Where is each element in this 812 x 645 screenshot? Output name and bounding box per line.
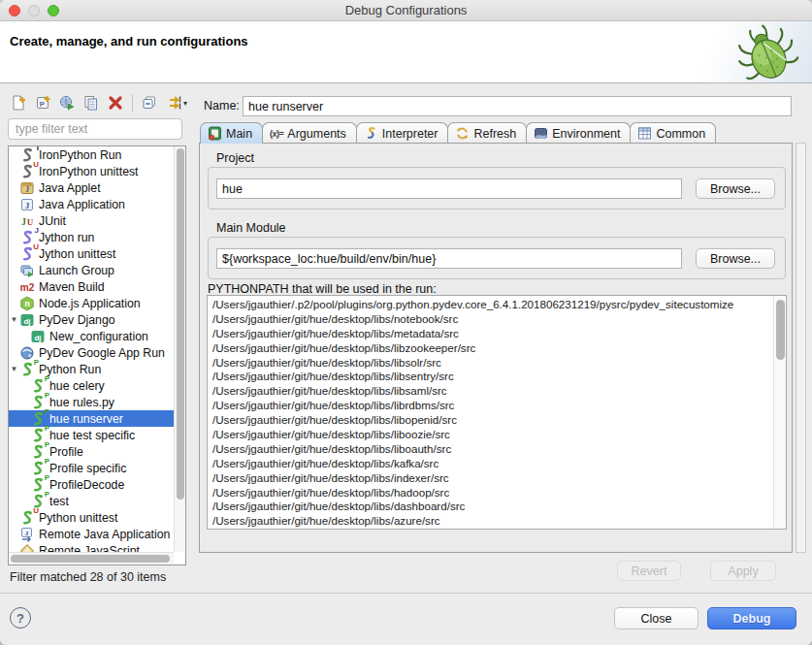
tab-interpreter[interactable]: Interpreter xyxy=(356,122,449,144)
duplicate-button[interactable] xyxy=(81,93,102,113)
close-button[interactable]: Close xyxy=(614,607,698,629)
filter-menu-button[interactable]: ▾ xyxy=(163,93,192,113)
tree-item-java-applet[interactable]: JJava Applet xyxy=(9,179,174,196)
delete-button[interactable] xyxy=(105,93,126,113)
python-green-icon: P xyxy=(30,428,46,443)
revert-button[interactable]: Revert xyxy=(617,561,681,581)
tab-main[interactable]: Main xyxy=(200,122,263,144)
tab-common[interactable]: Common xyxy=(630,122,716,144)
window-title: Debug Configurations xyxy=(0,3,812,17)
pythonpath-entry[interactable]: /Users/jgauthier/git/hue/desktop/libs/li… xyxy=(208,369,773,383)
python-grey-icon: U xyxy=(19,164,35,179)
common-tab-icon xyxy=(637,126,652,141)
name-label: Name: xyxy=(204,99,240,113)
new-prototype-button[interactable]: P xyxy=(32,93,53,113)
maven-icon: m2 xyxy=(19,279,35,295)
pythonpath-entry[interactable]: /Users/jgauthier/git/hue/desktop/libs/me… xyxy=(208,326,773,340)
tree-item-ironpython-unittest[interactable]: UIronPython unittest xyxy=(9,163,174,179)
expand-arrow-icon[interactable]: ▼ xyxy=(9,315,19,324)
svg-text:J: J xyxy=(21,216,26,227)
pythonpath-entry[interactable]: /Users/jgauthier/git/hue/desktop/libs/li… xyxy=(208,427,773,441)
svg-text:J: J xyxy=(25,529,29,536)
titlebar[interactable]: Debug Configurations xyxy=(0,0,812,21)
filter-input[interactable] xyxy=(8,118,182,140)
main-module-input[interactable] xyxy=(216,248,682,269)
tree-item-remote-java-application[interactable]: JRemote Java Application xyxy=(9,526,174,542)
tree-item-python-unittest[interactable]: UPython unittest xyxy=(9,509,174,526)
python-green-icon: P xyxy=(30,378,46,394)
pythonpath-entry[interactable]: /Users/jgauthier/git/hue/desktop/libs/no… xyxy=(208,311,773,326)
config-tabs: Main(x)=ArgumentsInterpreterRefreshEnvir… xyxy=(200,121,715,144)
svg-text:U: U xyxy=(27,217,34,227)
tree-item-junit[interactable]: JUJUnit xyxy=(9,212,174,229)
tree-item-new-configuration[interactable]: djNew_configuration xyxy=(9,328,174,344)
tree-item-node-js-application[interactable]: nNode.js Application xyxy=(9,295,174,311)
pythonpath-entry[interactable]: /Users/jgauthier/git/hue/desktop/libs/in… xyxy=(208,470,773,485)
tree-item-profile-specific[interactable]: PProfile specific xyxy=(9,460,174,476)
arguments-tab-icon: (x)= xyxy=(270,129,283,139)
tree-item-pydev-django[interactable]: ▼djPyDev Django xyxy=(9,311,174,328)
pythonpath-scrollbar[interactable] xyxy=(773,296,786,529)
tab-environment[interactable]: Environment xyxy=(526,122,631,144)
pythonpath-entry[interactable]: /Users/jgauthier/git/hue/desktop/libs/li… xyxy=(208,412,773,427)
pythonpath-entry[interactable]: /Users/jgauthier/git/hue/desktop/libs/ha… xyxy=(208,485,773,500)
pythonpath-entry[interactable]: /Users/jgauthier/git/hue/desktop/libs/da… xyxy=(208,499,773,513)
tab-refresh[interactable]: Refresh xyxy=(447,122,527,144)
main-tab-icon xyxy=(208,126,222,141)
project-input[interactable] xyxy=(216,178,682,199)
debug-button[interactable]: Debug xyxy=(707,607,796,629)
project-browse-button[interactable]: Browse... xyxy=(696,178,775,199)
tree-item-hue-test-specific[interactable]: Phue test specific xyxy=(9,427,174,443)
tree-item-jython-unittest[interactable]: UJython unittest xyxy=(9,245,174,262)
svg-text:n: n xyxy=(24,299,29,308)
tree-vertical-scrollbar[interactable] xyxy=(174,146,185,552)
project-group: Project Browse... xyxy=(208,167,786,210)
tree-horizontal-scrollbar[interactable] xyxy=(9,552,174,564)
pythonpath-list: /Users/jgauthier/.p2/pool/plugins/org.py… xyxy=(207,295,787,530)
main-module-group-label: Main Module xyxy=(214,221,288,235)
tree-item-profiledecode[interactable]: PProfileDecode xyxy=(9,476,174,493)
main-module-group: Main Module Browse... xyxy=(208,237,786,279)
main-module-browse-button[interactable]: Browse... xyxy=(696,248,775,269)
tab-content-scrollbar-track[interactable] xyxy=(796,143,806,553)
tree-item-profile[interactable]: PProfile xyxy=(9,443,174,460)
pythonpath-entry[interactable]: /Users/jgauthier/git/hue/desktop/libs/az… xyxy=(208,513,773,528)
tree-item-hue-celery[interactable]: Phue celery xyxy=(9,377,174,394)
environment-tab-icon xyxy=(534,126,548,141)
filter-status: Filter matched 28 of 30 items xyxy=(10,570,166,584)
name-input[interactable] xyxy=(243,96,792,116)
pythonpath-entry[interactable]: /Users/jgauthier/git/hue/desktop/libs/ka… xyxy=(208,456,773,470)
junit-icon: JU xyxy=(19,213,35,229)
help-button[interactable]: ? xyxy=(10,607,31,629)
expand-arrow-icon[interactable]: ▼ xyxy=(9,365,19,373)
django-icon: dj xyxy=(19,312,35,328)
export-configurations-button[interactable] xyxy=(56,93,78,113)
pythonpath-entry[interactable]: /Users/jgauthier/git/hue/desktop/libs/li… xyxy=(208,398,773,412)
tab-arguments[interactable]: (x)=Arguments xyxy=(262,122,357,144)
pythonpath-entry[interactable]: /Users/jgauthier/.p2/pool/plugins/org.py… xyxy=(208,297,773,311)
tree-item-launch-group[interactable]: Launch Group xyxy=(9,262,174,278)
remote-java-icon: J xyxy=(19,527,35,542)
java-applet-icon: J xyxy=(19,180,35,196)
pythonpath-entry[interactable]: /Users/jgauthier/git/hue/desktop/libs/li… xyxy=(208,355,773,370)
svg-text:P: P xyxy=(40,100,46,109)
pythonpath-entry[interactable]: /Users/jgauthier/git/hue/desktop/libs/li… xyxy=(208,383,773,398)
tree-item-remote-javascript[interactable]: Remote JavaScript xyxy=(9,542,174,552)
pythonpath-entry[interactable]: /Users/jgauthier/git/hue/desktop/libs/li… xyxy=(208,340,773,355)
apply-button[interactable]: Apply xyxy=(710,561,776,581)
bottom-separator xyxy=(0,593,812,594)
tree-item-hue-rules-py[interactable]: Phue rules.py xyxy=(9,394,174,410)
python-green-icon: U xyxy=(19,510,35,526)
project-group-label: Project xyxy=(214,151,256,165)
launch-group-icon xyxy=(19,263,35,278)
java-app-icon: J xyxy=(19,197,35,212)
dialog-header: Create, manage, and run configurations xyxy=(0,21,812,83)
new-configuration-button[interactable] xyxy=(8,93,29,113)
collapse-all-button[interactable] xyxy=(139,93,160,113)
tree-item-hue-runserver[interactable]: Phue runserver xyxy=(9,410,174,427)
tree-item-python-run[interactable]: ▼PPython Run xyxy=(9,361,174,377)
pythonpath-entry[interactable]: /Users/jgauthier/git/hue/desktop/libs/li… xyxy=(208,441,773,456)
tree-item-maven-build[interactable]: m2Maven Build xyxy=(9,278,174,295)
tree-item-java-application[interactable]: JJava Application xyxy=(9,196,174,212)
python-green-icon: P xyxy=(19,362,35,377)
